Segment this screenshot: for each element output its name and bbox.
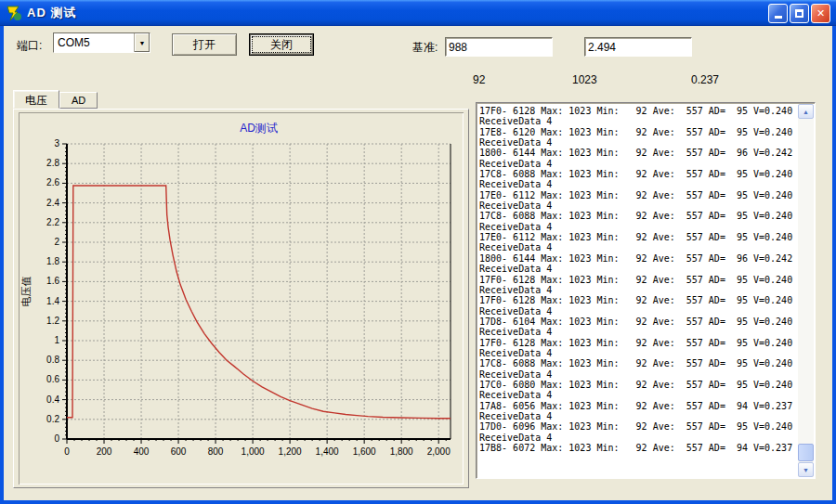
chevron-down-icon: ▼ <box>139 40 146 46</box>
tab-page-voltage: 02004006008001,0001,2001,4001,6001,8002,… <box>13 109 469 488</box>
log-line: ReceiveData 4 <box>479 264 796 274</box>
port-combobox[interactable]: COM5 ▼ <box>53 32 150 53</box>
svg-text:1: 1 <box>54 335 59 345</box>
svg-text:2,000: 2,000 <box>427 446 451 457</box>
reference-label: 基准: <box>412 40 438 56</box>
log-line: ReceiveData 4 <box>479 137 796 148</box>
log-line: 17C8- 6088 Max: 1023 Min: 92 Ave: 557 AD… <box>479 358 796 368</box>
svg-text:2.4: 2.4 <box>46 198 59 208</box>
log-line: 17C8- 6088 Max: 1023 Min: 92 Ave: 557 AD… <box>479 169 796 179</box>
scroll-down-icon: ▼ <box>803 467 809 473</box>
tab-ad[interactable]: AD <box>59 92 98 109</box>
log-line: 17E0- 6112 Max: 1023 Min: 92 Ave: 557 AD… <box>479 232 796 242</box>
log-line: 17B8- 6072 Max: 1023 Min: 92 Ave: 557 AD… <box>479 443 796 453</box>
app-window: AD 测试 ✕ 端口: COM5 ▼ 打开 关闭 基准: 92 1023 0.2… <box>0 0 836 504</box>
log-line: 17D8- 6104 Max: 1023 Min: 92 Ave: 557 AD… <box>479 317 796 327</box>
svg-text:1,800: 1,800 <box>390 446 413 457</box>
svg-text:1.4: 1.4 <box>46 296 59 306</box>
log-line: ReceiveData 4 <box>479 242 796 252</box>
port-combobox-dropdown-button[interactable]: ▼ <box>134 33 150 52</box>
svg-text:2.6: 2.6 <box>46 177 59 187</box>
svg-text:0.2: 0.2 <box>46 414 59 424</box>
log-line: 17F0- 6128 Max: 1023 Min: 92 Ave: 557 AD… <box>479 338 796 348</box>
svg-text:0: 0 <box>64 446 70 457</box>
chart-panel: 02004006008001,0001,2001,4001,6001,8002,… <box>19 112 464 485</box>
log-line: ReceiveData 4 <box>479 116 796 126</box>
close-serial-button[interactable]: 关闭 <box>249 33 314 56</box>
svg-text:600: 600 <box>171 446 187 457</box>
svg-text:400: 400 <box>134 446 150 457</box>
log-line: 17D0- 6096 Max: 1023 Min: 92 Ave: 557 AD… <box>479 421 796 432</box>
svg-text:2: 2 <box>54 237 59 247</box>
stat-voltage: 0.237 <box>691 73 719 86</box>
svg-text:1.2: 1.2 <box>46 316 59 326</box>
svg-text:0.6: 0.6 <box>46 374 59 384</box>
close-icon: ✕ <box>816 7 825 19</box>
stat-min: 92 <box>473 73 485 86</box>
svg-text:2.8: 2.8 <box>46 158 59 168</box>
maximize-icon <box>795 9 803 18</box>
scroll-up-icon: ▲ <box>803 109 809 115</box>
log-line: ReceiveData 4 <box>479 390 796 400</box>
log-line: 17A8- 6056 Max: 1023 Min: 92 Ave: 557 AD… <box>479 401 796 411</box>
log-line: ReceiveData 4 <box>479 179 796 189</box>
svg-text:3: 3 <box>54 138 59 149</box>
svg-text:200: 200 <box>97 446 112 457</box>
log-line: 17C8- 6088 Max: 1023 Min: 92 Ave: 557 AD… <box>479 211 796 221</box>
svg-text:1,400: 1,400 <box>316 446 339 457</box>
svg-text:1.8: 1.8 <box>46 256 59 266</box>
svg-text:1.6: 1.6 <box>46 276 59 286</box>
titlebar: AD 测试 ✕ <box>0 0 836 26</box>
svg-text:0: 0 <box>54 433 59 444</box>
svg-text:电压值: 电压值 <box>20 277 32 307</box>
client-area: 端口: COM5 ▼ 打开 关闭 基准: 92 1023 0.237 电压 AD… <box>4 26 832 500</box>
tab-strip: 电压 AD <box>13 90 98 109</box>
reference-input-2[interactable] <box>584 37 692 57</box>
open-button[interactable]: 打开 <box>172 33 237 56</box>
log-line: ReceiveData 4 <box>479 222 796 232</box>
window-title: AD 测试 <box>27 5 76 21</box>
log-line: 17E8- 6120 Max: 1023 Min: 92 Ave: 557 AD… <box>479 127 796 137</box>
svg-text:1,600: 1,600 <box>353 446 376 457</box>
log-scrollbar[interactable]: ▲ ▼ <box>798 104 814 477</box>
log-line: 1800- 6144 Max: 1023 Min: 92 Ave: 557 AD… <box>479 148 796 158</box>
log-line: ReceiveData 4 <box>479 411 796 421</box>
voltage-chart: 02004006008001,0001,2001,4001,6001,8002,… <box>19 112 464 485</box>
svg-text:800: 800 <box>208 446 224 457</box>
reference-input-1[interactable] <box>445 37 553 57</box>
log-line: 17F0- 6128 Max: 1023 Min: 92 Ave: 557 AD… <box>479 275 796 285</box>
minimize-button[interactable] <box>768 4 788 23</box>
app-icon <box>6 5 22 21</box>
log-line: ReceiveData 4 <box>479 285 796 295</box>
log-line: 17F0- 6128 Max: 1023 Min: 92 Ave: 557 AD… <box>479 295 796 305</box>
log-line: ReceiveData 4 <box>479 433 796 443</box>
svg-text:1,000: 1,000 <box>242 446 265 457</box>
svg-text:0.4: 0.4 <box>46 394 59 405</box>
close-button[interactable]: ✕ <box>811 4 830 23</box>
svg-text:2.2: 2.2 <box>46 217 59 227</box>
log-line: ReceiveData 4 <box>479 159 796 169</box>
stat-max: 1023 <box>572 73 597 86</box>
log-line: ReceiveData 4 <box>479 306 796 317</box>
scroll-up-button[interactable]: ▲ <box>798 104 814 119</box>
scroll-thumb[interactable] <box>798 444 814 461</box>
scroll-down-button[interactable]: ▼ <box>798 462 814 477</box>
port-combobox-value: COM5 <box>54 33 134 52</box>
log-line: ReceiveData 4 <box>479 200 796 211</box>
log-line: 17F0- 6128 Max: 1023 Min: 92 Ave: 557 AD… <box>479 106 796 116</box>
minimize-icon <box>775 16 782 19</box>
log-line: ReceiveData 4 <box>479 369 796 380</box>
svg-text:0.8: 0.8 <box>46 355 59 365</box>
svg-text:AD测试: AD测试 <box>240 122 278 135</box>
log-line: 17C0- 6080 Max: 1023 Min: 92 Ave: 557 AD… <box>479 380 796 390</box>
port-label: 端口: <box>17 38 42 54</box>
log-line: ReceiveData 4 <box>479 327 796 337</box>
svg-text:1,200: 1,200 <box>279 446 302 457</box>
log-panel[interactable]: 17F0- 6128 Max: 1023 Min: 92 Ave: 557 AD… <box>476 102 816 479</box>
log-line: 17E0- 6112 Max: 1023 Min: 92 Ave: 557 AD… <box>479 190 796 200</box>
log-line: 1800- 6144 Max: 1023 Min: 92 Ave: 557 AD… <box>479 253 796 264</box>
maximize-button[interactable] <box>790 4 809 23</box>
tab-voltage[interactable]: 电压 <box>13 90 59 109</box>
log-line: ReceiveData 4 <box>479 348 796 358</box>
log-lines: 17F0- 6128 Max: 1023 Min: 92 Ave: 557 AD… <box>479 106 796 476</box>
